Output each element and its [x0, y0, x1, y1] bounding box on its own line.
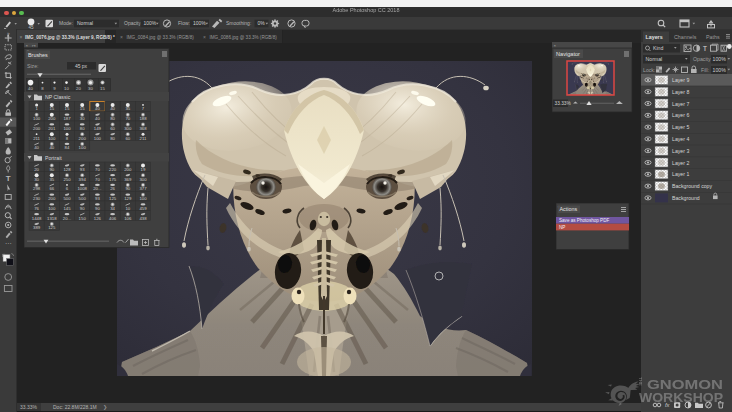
svg-text:×: × — [20, 34, 23, 40]
svg-text:1318: 1318 — [47, 215, 57, 220]
svg-text:Navigator: Navigator — [556, 51, 580, 57]
svg-text:19: 19 — [141, 166, 146, 171]
svg-text:84: 84 — [65, 145, 70, 150]
svg-text:Actions: Actions — [560, 206, 578, 212]
svg-text:300: 300 — [139, 176, 147, 181]
svg-text:145: 145 — [63, 205, 71, 210]
svg-text:THE: THE — [638, 377, 643, 386]
svg-text:438: 438 — [139, 215, 147, 220]
svg-text:Mode:: Mode: — [59, 20, 73, 26]
svg-text:20: 20 — [34, 166, 39, 171]
svg-text:93: 93 — [95, 196, 100, 201]
svg-text:Fill:: Fill: — [701, 67, 709, 73]
svg-text:↦: ↦ — [32, 42, 36, 47]
svg-text:T: T — [703, 45, 707, 52]
svg-text:IMG_0086.jpg @ 33.3% (RGB/8): IMG_0086.jpg @ 33.3% (RGB/8) — [210, 35, 278, 40]
svg-text:128: 128 — [63, 166, 71, 171]
svg-text:200: 200 — [48, 116, 56, 121]
svg-text:Normal: Normal — [77, 20, 93, 26]
svg-text:90: 90 — [80, 205, 85, 210]
svg-text:40: 40 — [34, 145, 39, 150]
svg-text:175: 175 — [109, 176, 117, 181]
svg-text:T: T — [6, 174, 11, 183]
svg-text:125: 125 — [48, 225, 56, 230]
svg-text:Layer 7: Layer 7 — [672, 101, 689, 107]
svg-text:100%: 100% — [193, 20, 206, 26]
svg-text:Lock:: Lock: — [643, 67, 655, 73]
svg-text:Layers: Layers — [646, 34, 663, 40]
svg-text:211: 211 — [33, 135, 40, 140]
svg-text:35: 35 — [49, 176, 54, 181]
svg-text:Background copy: Background copy — [672, 183, 712, 189]
svg-text:45: 45 — [28, 25, 34, 30]
svg-text:369: 369 — [124, 176, 132, 181]
svg-text:Normal: Normal — [646, 56, 663, 62]
svg-text:40: 40 — [110, 106, 115, 111]
svg-text:125: 125 — [109, 196, 117, 201]
svg-text:33.33%: 33.33% — [20, 404, 38, 410]
svg-text:60: 60 — [125, 135, 130, 140]
svg-text:90: 90 — [49, 166, 54, 171]
svg-text:Smoothing:: Smoothing: — [226, 20, 251, 26]
svg-text:100: 100 — [79, 145, 87, 150]
svg-text:70: 70 — [125, 116, 130, 121]
svg-text:Doc: 22.8M/228.1M: Doc: 22.8M/228.1M — [53, 404, 97, 410]
svg-text:⋯: ⋯ — [5, 240, 12, 247]
svg-text:Layer 6: Layer 6 — [672, 112, 689, 118]
svg-text:200: 200 — [48, 196, 56, 201]
svg-text:Paths: Paths — [706, 34, 720, 40]
svg-text:201: 201 — [48, 125, 56, 130]
svg-text:368: 368 — [139, 125, 147, 130]
svg-text:40: 40 — [49, 145, 54, 150]
svg-text:35: 35 — [125, 106, 130, 111]
svg-text:Size:: Size: — [27, 62, 39, 68]
svg-text:1008: 1008 — [77, 186, 87, 191]
svg-text:×: × — [554, 43, 557, 48]
svg-text:NP: NP — [559, 224, 565, 229]
svg-text:Background: Background — [672, 195, 700, 201]
svg-text:70: 70 — [95, 166, 100, 171]
svg-text:NP Classic: NP Classic — [45, 94, 71, 100]
svg-text:15: 15 — [100, 86, 105, 91]
svg-text:34: 34 — [110, 205, 115, 210]
svg-text:394: 394 — [79, 176, 87, 181]
svg-text:100: 100 — [33, 116, 41, 121]
svg-text:300: 300 — [124, 125, 132, 130]
svg-text:200: 200 — [124, 166, 132, 171]
svg-text:90: 90 — [95, 205, 100, 210]
svg-text:60: 60 — [110, 125, 115, 130]
svg-text:15: 15 — [80, 106, 85, 111]
svg-text:100: 100 — [48, 135, 56, 140]
svg-text:❯: ❯ — [103, 404, 107, 411]
svg-text:70: 70 — [95, 176, 100, 181]
svg-text:100: 100 — [63, 125, 71, 130]
svg-text:Layer 8: Layer 8 — [672, 89, 689, 95]
svg-text:80: 80 — [80, 125, 85, 130]
svg-text:×: × — [203, 34, 206, 40]
svg-text:Layer 5: Layer 5 — [672, 124, 689, 130]
svg-text:Kind: Kind — [653, 45, 663, 51]
svg-text:377: 377 — [139, 186, 147, 191]
svg-text:66: 66 — [49, 186, 54, 191]
svg-text:500: 500 — [63, 196, 71, 201]
svg-text:Opacity:: Opacity: — [693, 56, 712, 62]
svg-text:230: 230 — [33, 196, 41, 201]
svg-text:45 px: 45 px — [75, 62, 88, 68]
svg-text:298: 298 — [33, 186, 41, 191]
svg-text:100: 100 — [139, 196, 147, 201]
svg-text:Channels: Channels — [674, 34, 697, 40]
svg-text:126: 126 — [94, 215, 102, 220]
svg-text:93: 93 — [80, 166, 85, 171]
svg-text:0%: 0% — [258, 20, 266, 26]
svg-text:20...: 20... — [63, 215, 71, 220]
svg-text:100: 100 — [48, 205, 56, 210]
svg-text:Layer 1: Layer 1 — [672, 171, 689, 177]
svg-text:30: 30 — [34, 176, 39, 181]
svg-text:500: 500 — [79, 196, 87, 201]
svg-text:389: 389 — [33, 225, 41, 230]
svg-text:Portrait: Portrait — [45, 154, 62, 160]
svg-text:30: 30 — [88, 86, 93, 91]
svg-text:Layer 4: Layer 4 — [672, 136, 689, 142]
svg-text:20...: 20... — [93, 186, 101, 191]
svg-text:1448: 1448 — [32, 215, 42, 220]
